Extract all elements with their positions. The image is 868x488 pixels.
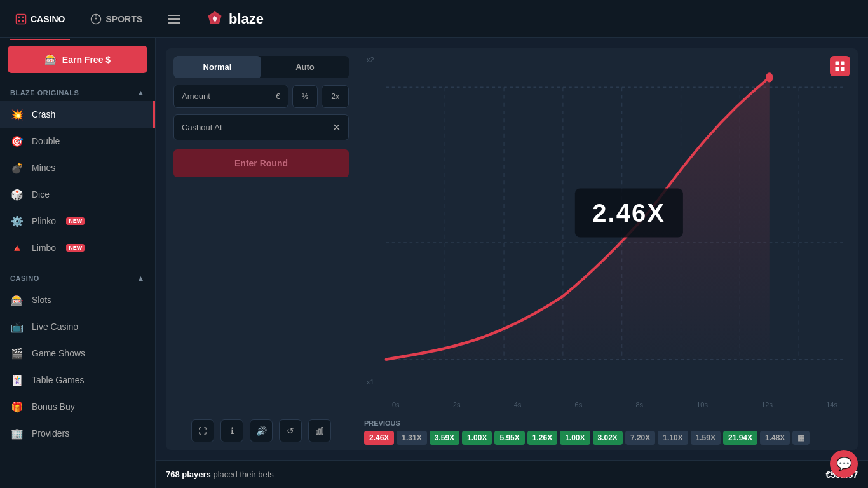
sidebar-item-crash[interactable]: 💥 Crash: [0, 101, 155, 128]
footer-bar: 768 players placed their bets €551.57: [156, 460, 868, 488]
double-icon: 🎯: [10, 134, 24, 148]
hamburger-menu[interactable]: [168, 15, 180, 24]
sidebar-item-game-shows[interactable]: 🎬 Game Shows: [0, 340, 155, 367]
casino-tab[interactable]: CASINO: [10, 11, 70, 27]
logo-icon: [206, 10, 224, 28]
x-label-10s: 10s: [696, 401, 708, 409]
euro-icon: €: [276, 92, 280, 101]
prev-badge-0[interactable]: 2.46X: [364, 431, 394, 445]
limbo-icon: 🔺: [10, 241, 24, 255]
auto-tab[interactable]: Auto: [261, 56, 349, 78]
fullscreen-icon: [198, 426, 207, 435]
bottom-controls: ℹ 🔊 ↺: [173, 414, 349, 442]
dice-label: Dice: [32, 189, 50, 200]
x-axis-labels: 0s 2s 4s 6s 8s 10s 12s 14s: [382, 401, 848, 411]
crash-icon: 💥: [10, 107, 24, 121]
slots-label: Slots: [32, 295, 51, 305]
prev-badge-11[interactable]: 21.94X: [723, 431, 757, 445]
sidebar-item-table-games[interactable]: 🃏 Table Games: [0, 367, 155, 393]
prev-badge-5[interactable]: 1.26X: [527, 431, 557, 445]
dice-icon: 🎲: [10, 187, 24, 201]
live-casino-icon: 📺: [10, 320, 24, 334]
sports-icon: [90, 13, 102, 25]
casino-section-header: CASINO ▲: [0, 266, 155, 287]
prev-badge-3[interactable]: 1.00X: [462, 431, 492, 445]
bonus-buy-icon: 🎁: [10, 400, 24, 414]
previous-label: PREVIOUS: [364, 419, 850, 427]
casino-list: 🎰 Slots 📺 Live Casino 🎬 Game Shows 🃏 Tab…: [0, 287, 155, 447]
earn-free-button[interactable]: 🎰 Earn Free $: [8, 46, 147, 73]
bonus-buy-label: Bonus Buy: [32, 402, 75, 412]
x-label-6s: 6s: [575, 401, 583, 409]
casino-chevron-icon: ▲: [137, 274, 145, 283]
prev-badges: 2.46X1.31X3.59X1.00X5.95X1.26X1.00X3.02X…: [364, 431, 850, 445]
sidebar-item-dice[interactable]: 🎲 Dice: [0, 181, 155, 208]
prev-badge-9[interactable]: 1.10X: [658, 431, 688, 445]
prev-badge-4[interactable]: 5.95X: [494, 431, 524, 445]
sound-icon: 🔊: [256, 426, 267, 436]
table-games-label: Table Games: [32, 375, 84, 385]
close-cashout-icon[interactable]: ✕: [332, 121, 341, 133]
top-nav: CASINO SPORTS blaze: [0, 0, 868, 38]
sidebar-item-live-casino[interactable]: 📺 Live Casino: [0, 313, 155, 340]
cashout-row: Cashout At ✕: [173, 114, 349, 140]
prev-badge-8[interactable]: 7.20X: [625, 431, 655, 445]
sidebar-item-slots[interactable]: 🎰 Slots: [0, 287, 155, 313]
svg-rect-10: [319, 429, 320, 434]
crash-label: Crash: [32, 109, 55, 119]
prev-badge-12[interactable]: 1.48X: [760, 431, 790, 445]
svg-point-3: [22, 16, 24, 18]
prev-badge-7[interactable]: 3.02X: [593, 431, 623, 445]
svg-rect-9: [316, 431, 318, 434]
sound-button[interactable]: 🔊: [250, 419, 273, 442]
sidebar-item-double[interactable]: 🎯 Double: [0, 128, 155, 154]
stats-button[interactable]: [308, 419, 331, 442]
svg-point-2: [22, 20, 24, 22]
sidebar-item-limbo[interactable]: 🔺 Limbo New: [0, 234, 155, 261]
cashout-label: Cashout At: [182, 123, 222, 132]
slots-icon: 🎰: [10, 293, 24, 307]
svg-point-26: [766, 72, 773, 82]
limbo-label: Limbo: [32, 243, 56, 253]
svg-point-1: [18, 16, 20, 18]
x-label-2s: 2s: [453, 401, 461, 409]
x-label-0s: 0s: [392, 401, 400, 409]
fullscreen-button[interactable]: [191, 419, 214, 442]
live-casino-label: Live Casino: [32, 322, 78, 332]
sports-tab[interactable]: SPORTS: [85, 11, 147, 27]
blaze-originals-header: BLAZE ORIGINALS ▲: [0, 81, 155, 101]
svg-rect-11: [322, 428, 323, 435]
prev-badge-6[interactable]: 1.00X: [560, 431, 590, 445]
sidebar-item-bonus-buy[interactable]: 🎁 Bonus Buy: [0, 393, 155, 420]
providers-label: Providers: [32, 428, 69, 438]
sidebar-item-providers[interactable]: 🏢 Providers: [0, 420, 155, 447]
x-label-12s: 12s: [761, 401, 773, 409]
sidebar-item-plinko[interactable]: ⚙️ Plinko New: [0, 208, 155, 234]
prev-badge-1[interactable]: 1.31X: [397, 431, 426, 445]
prev-chart-icon[interactable]: ▦: [792, 431, 810, 445]
chat-bubble-button[interactable]: 💬: [830, 450, 858, 478]
table-games-icon: 🃏: [10, 373, 24, 387]
sidebar: 🎰 Earn Free $ BLAZE ORIGINALS ▲ 💥 Crash …: [0, 38, 156, 488]
plinko-icon: ⚙️: [10, 214, 24, 228]
stats-icon: [315, 426, 324, 435]
sidebar-item-mines[interactable]: 💣 Mines: [0, 154, 155, 181]
game-shows-label: Game Shows: [32, 348, 85, 358]
double-button[interactable]: 2x: [322, 85, 349, 108]
prev-badge-10[interactable]: 1.59X: [691, 431, 721, 445]
normal-tab[interactable]: Normal: [173, 56, 261, 78]
footer-players: 768 players placed their bets: [166, 470, 274, 479]
amount-input[interactable]: Amount €: [173, 85, 288, 108]
prev-badge-2[interactable]: 3.59X: [430, 431, 459, 445]
multiplier-display: 2.46X: [574, 188, 683, 237]
half-button[interactable]: ½: [292, 85, 318, 108]
info-button[interactable]: ℹ: [220, 419, 243, 442]
enter-round-button[interactable]: Enter Round: [173, 149, 349, 177]
earn-icon: 🎰: [44, 53, 57, 65]
x-label-8s: 8s: [635, 401, 643, 409]
chart-panel: x2 x1: [356, 48, 858, 450]
mines-icon: 💣: [10, 161, 24, 175]
info-icon: ℹ: [231, 426, 234, 436]
providers-icon: 🏢: [10, 426, 24, 440]
history-button[interactable]: ↺: [279, 419, 302, 442]
